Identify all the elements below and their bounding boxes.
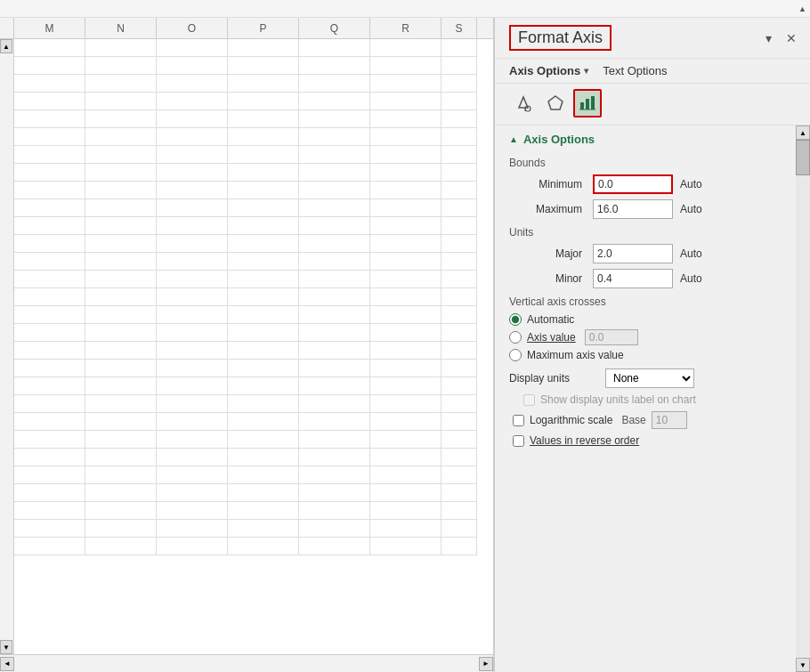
- grid-cell[interactable]: [14, 520, 85, 538]
- grid-cell[interactable]: [14, 146, 85, 164]
- grid-cell[interactable]: [441, 288, 477, 306]
- grid-cell[interactable]: [441, 466, 477, 484]
- axis-value-input[interactable]: [585, 329, 638, 345]
- grid-cell[interactable]: [228, 164, 299, 182]
- grid-cell[interactable]: [157, 75, 228, 93]
- grid-cell[interactable]: [157, 235, 228, 253]
- grid-cell[interactable]: [85, 502, 157, 520]
- grid-cell[interactable]: [157, 484, 228, 502]
- grid-cell[interactable]: [14, 39, 85, 57]
- grid-cell[interactable]: [228, 217, 299, 235]
- grid-cell[interactable]: [85, 306, 157, 324]
- grid-cell[interactable]: [14, 110, 85, 128]
- grid-cell[interactable]: [157, 413, 228, 431]
- grid-cell[interactable]: [14, 217, 85, 235]
- grid-cell[interactable]: [370, 75, 441, 93]
- fill-effects-icon-btn[interactable]: [509, 89, 538, 117]
- grid-cell[interactable]: [14, 288, 85, 306]
- major-input[interactable]: [593, 244, 673, 263]
- grid-cell[interactable]: [299, 182, 370, 199]
- grid-cell[interactable]: [299, 217, 370, 235]
- grid-cell[interactable]: [441, 306, 477, 324]
- scroll-right-btn[interactable]: ►: [479, 657, 493, 671]
- grid-cell[interactable]: [157, 199, 228, 217]
- tab-axis-options[interactable]: Axis Options ▾: [509, 64, 588, 77]
- grid-cell[interactable]: [441, 413, 477, 431]
- radio-axis-value[interactable]: [509, 331, 522, 344]
- grid-cell[interactable]: [299, 146, 370, 164]
- grid-cell[interactable]: [228, 395, 299, 413]
- grid-cell[interactable]: [370, 520, 441, 538]
- display-units-select[interactable]: None Hundreds Thousands Millions Billion…: [605, 368, 694, 388]
- grid-cell[interactable]: [157, 146, 228, 164]
- grid-cell[interactable]: [157, 288, 228, 306]
- grid-cell[interactable]: [299, 466, 370, 484]
- grid-cell[interactable]: [157, 377, 228, 395]
- grid-cell[interactable]: [370, 271, 441, 288]
- grid-cell[interactable]: [299, 57, 370, 75]
- maximum-auto-label[interactable]: Auto: [680, 203, 702, 215]
- grid-cell[interactable]: [85, 271, 157, 288]
- grid-cell[interactable]: [85, 395, 157, 413]
- vertical-scrollbar[interactable]: ▲ ▼: [0, 39, 14, 654]
- grid-cell[interactable]: [157, 449, 228, 466]
- grid-cell[interactable]: [157, 502, 228, 520]
- grid-cell[interactable]: [85, 413, 157, 431]
- grid-cell[interactable]: [14, 128, 85, 146]
- grid-cell[interactable]: [85, 39, 157, 57]
- grid-cell[interactable]: [441, 449, 477, 466]
- grid-cell[interactable]: [157, 538, 228, 555]
- grid-cell[interactable]: [370, 502, 441, 520]
- grid-cell[interactable]: [14, 449, 85, 466]
- scroll-up-arrow[interactable]: ▲: [796, 125, 810, 140]
- grid-cell[interactable]: [299, 271, 370, 288]
- grid-cell[interactable]: [370, 377, 441, 395]
- grid-cell[interactable]: [85, 253, 157, 271]
- grid-cell[interactable]: [14, 93, 85, 110]
- grid-cell[interactable]: [157, 164, 228, 182]
- grid-cell[interactable]: [157, 57, 228, 75]
- grid-cell[interactable]: [299, 449, 370, 466]
- grid-cell[interactable]: [85, 217, 157, 235]
- grid-cell[interactable]: [299, 93, 370, 110]
- grid-cell[interactable]: [370, 110, 441, 128]
- grid-cell[interactable]: [299, 199, 370, 217]
- grid-cell[interactable]: [441, 217, 477, 235]
- grid-cell[interactable]: [157, 395, 228, 413]
- panel-dropdown-btn[interactable]: ▾: [760, 30, 776, 46]
- grid-cell[interactable]: [441, 342, 477, 360]
- grid-cell[interactable]: [228, 75, 299, 93]
- grid-cell[interactable]: [14, 164, 85, 182]
- grid-cell[interactable]: [441, 502, 477, 520]
- grid-cell[interactable]: [85, 199, 157, 217]
- minor-input[interactable]: [593, 269, 673, 288]
- grid-cell[interactable]: [85, 110, 157, 128]
- grid-cell[interactable]: [299, 431, 370, 449]
- grid-cell[interactable]: [370, 306, 441, 324]
- grid-cell[interactable]: [228, 235, 299, 253]
- grid-cell[interactable]: [228, 182, 299, 199]
- grid-cell[interactable]: [441, 484, 477, 502]
- grid-cell[interactable]: [85, 360, 157, 377]
- grid-cell[interactable]: [441, 146, 477, 164]
- grid-cell[interactable]: [228, 324, 299, 342]
- grid-cell[interactable]: [299, 413, 370, 431]
- grid-cell[interactable]: [370, 324, 441, 342]
- grid-cell[interactable]: [157, 217, 228, 235]
- grid-cell[interactable]: [85, 520, 157, 538]
- grid-cell[interactable]: [157, 324, 228, 342]
- grid-cell[interactable]: [157, 182, 228, 199]
- grid-cell[interactable]: [228, 377, 299, 395]
- radio-automatic[interactable]: [509, 313, 522, 326]
- panel-close-btn[interactable]: ✕: [783, 30, 799, 46]
- grid-cell[interactable]: [370, 146, 441, 164]
- scroll-down-arrow[interactable]: ▼: [796, 658, 810, 672]
- grid-cell[interactable]: [228, 146, 299, 164]
- grid-cell[interactable]: [85, 377, 157, 395]
- grid-cell[interactable]: [299, 128, 370, 146]
- grid-cell[interactable]: [370, 93, 441, 110]
- grid-cell[interactable]: [370, 39, 441, 57]
- grid-cell[interactable]: [441, 182, 477, 199]
- grid-cell[interactable]: [370, 342, 441, 360]
- minimum-auto-label[interactable]: Auto: [680, 178, 702, 190]
